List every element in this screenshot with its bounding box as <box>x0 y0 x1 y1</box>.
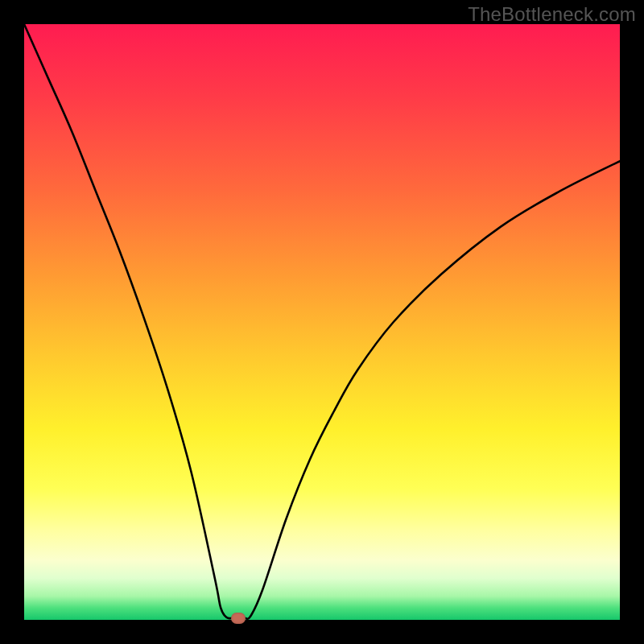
plot-area <box>24 24 620 620</box>
chart-frame: TheBottleneck.com <box>0 0 644 644</box>
optimal-point-marker <box>231 613 246 624</box>
curve-svg <box>24 24 620 620</box>
watermark-text: TheBottleneck.com <box>468 3 636 26</box>
bottleneck-curve-path <box>24 24 620 619</box>
